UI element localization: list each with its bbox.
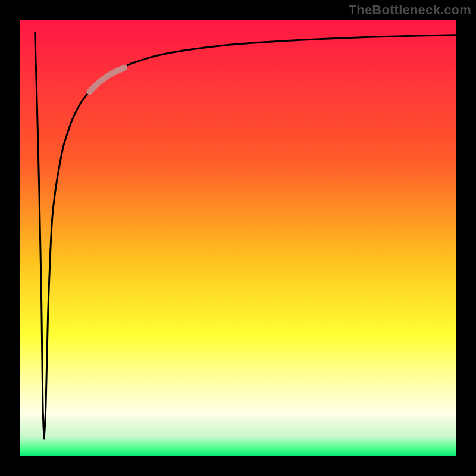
chart-svg — [0, 0, 476, 476]
chart-container: TheBottleneck.com — [0, 0, 476, 476]
plot-background — [20, 20, 456, 456]
watermark-text: TheBottleneck.com — [349, 2, 471, 18]
